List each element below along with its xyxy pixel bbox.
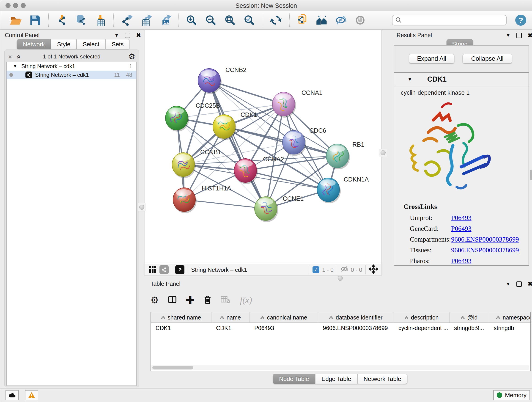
left-splitter-handle[interactable] xyxy=(138,203,146,211)
tab-style[interactable]: Style xyxy=(51,39,76,49)
node-HIST1H1A[interactable] xyxy=(173,188,196,213)
cell[interactable]: P06493 xyxy=(250,323,318,333)
column-header--id[interactable]: @id xyxy=(450,313,489,322)
network-collection-row[interactable]: ▼ String Network – cdk1 1 xyxy=(7,62,136,70)
tab-node-table[interactable]: Node Table xyxy=(273,374,315,384)
column-header-canonical-name[interactable]: canonical name xyxy=(250,313,318,322)
collapse-panel-icon[interactable]: ▼ xyxy=(114,33,119,38)
crosslink-value-link[interactable]: P06493 xyxy=(451,257,472,265)
help-icon[interactable]: ? xyxy=(515,15,526,26)
cloud-status-button[interactable] xyxy=(6,390,19,400)
column-header-namespace[interactable]: namespace xyxy=(489,313,531,322)
export-image-icon[interactable] xyxy=(158,13,172,27)
node-label-CCNE1: CCNE1 xyxy=(283,195,304,202)
search-input[interactable] xyxy=(402,17,499,24)
hide-selected-icon[interactable] xyxy=(334,13,348,27)
crosslink-label: Pharos: xyxy=(410,257,451,265)
table-row[interactable]: CDK1CDK1P064939606.ENSP00000378699cyclin… xyxy=(151,323,530,333)
edge-CCNA1-HIST1H1A[interactable] xyxy=(184,104,284,200)
zoom-in-icon[interactable] xyxy=(185,13,198,27)
cell[interactable]: 9606.ENSP00000378699 xyxy=(318,323,394,333)
close-panel-icon[interactable]: ✖ xyxy=(136,32,141,38)
home-icon[interactable] xyxy=(315,13,328,27)
application-window: Session: New Session ? Control Panel ▼ ✖… xyxy=(0,0,532,402)
export-network-icon[interactable] xyxy=(120,13,133,27)
node-CDKN1A[interactable] xyxy=(317,178,341,203)
zoom-out-icon[interactable] xyxy=(204,13,217,27)
tab-network-table[interactable]: Network Table xyxy=(357,374,407,384)
node-CCNA1[interactable] xyxy=(272,92,296,118)
network-canvas[interactable]: CCNB2CCNA1CDC25BCDK1CDC6RB1CCNB1CCNA2CDK… xyxy=(145,30,381,264)
crosslink-value-link[interactable]: P06493 xyxy=(451,225,472,232)
birds-eye-view-icon[interactable] xyxy=(369,264,378,275)
network-row-selected[interactable]: String Network – cdk1 11 48 xyxy=(7,70,136,79)
warning-icon xyxy=(28,392,36,399)
refresh-icon[interactable] xyxy=(269,13,283,27)
open-session-icon[interactable] xyxy=(9,13,22,27)
column-header-name[interactable]: name xyxy=(211,313,250,322)
crosslink-value-link[interactable]: 9606.ENSP00000378699 xyxy=(451,236,519,243)
tab-sets[interactable]: Sets xyxy=(105,39,130,49)
network-graph[interactable]: CCNB2CCNA1CDC25BCDK1CDC6RB1CCNB1CCNA2CDK… xyxy=(145,30,381,264)
cell[interactable]: stringdb:9... xyxy=(450,323,489,333)
tab-select[interactable]: Select xyxy=(76,39,105,49)
string-view-icon[interactable] xyxy=(159,265,169,274)
node-CDC6[interactable] xyxy=(283,130,306,156)
tab-edge-table[interactable]: Edge Table xyxy=(315,374,357,384)
close-panel-icon[interactable]: ✖ xyxy=(528,281,532,287)
node-CDK1[interactable] xyxy=(213,115,236,140)
warning-status-button[interactable] xyxy=(25,390,38,400)
tab-network[interactable]: Network xyxy=(17,39,51,49)
import-network-icon[interactable] xyxy=(55,13,68,27)
section-collapse-icon[interactable]: ▼ xyxy=(408,77,412,82)
zoom-fit-icon[interactable] xyxy=(223,13,237,27)
import-table-icon[interactable] xyxy=(93,13,107,27)
float-panel-icon[interactable] xyxy=(125,33,130,38)
table-options-gear-icon[interactable]: ⚙ xyxy=(151,295,159,305)
network-options-gear-icon[interactable]: ⚙ xyxy=(128,52,135,60)
delete-column-icon[interactable] xyxy=(204,295,211,305)
show-eye-icon[interactable] xyxy=(354,13,367,27)
collection-expand-icon[interactable]: ▼ xyxy=(13,64,17,69)
right-splitter-handle[interactable] xyxy=(379,149,387,157)
crosslink-row: Compartments:9606.ENSP00000378699 xyxy=(410,236,529,243)
cell[interactable]: CDK1 xyxy=(151,323,211,333)
crosslink-value-link[interactable]: 9606.ENSP00000378699 xyxy=(451,246,519,254)
search-box[interactable] xyxy=(392,15,507,26)
crosslink-value-link[interactable]: P06493 xyxy=(451,214,472,222)
cell[interactable]: cyclin-dependent ... xyxy=(394,323,450,333)
zoom-selected-icon[interactable] xyxy=(243,13,256,27)
collapse-panel-icon[interactable]: ▼ xyxy=(506,33,510,38)
open-in-new-window-icon[interactable] xyxy=(175,265,184,274)
column-header-description[interactable]: description xyxy=(394,313,450,322)
expand-all-button[interactable]: Expand All xyxy=(409,54,454,64)
window-scrollbar-thumb[interactable] xyxy=(530,170,532,180)
cell[interactable]: CDK1 xyxy=(211,323,250,333)
collapse-all-button[interactable]: Collapse All xyxy=(462,54,512,64)
edge-RB1-CCNA2[interactable] xyxy=(245,156,337,171)
float-panel-icon[interactable] xyxy=(516,33,522,38)
memory-button[interactable]: Memory xyxy=(493,390,530,400)
column-header-database-identifier[interactable]: database identifier xyxy=(318,313,394,322)
export-table-icon[interactable] xyxy=(139,13,152,27)
selected-nodes-checkbox[interactable]: ✓ xyxy=(312,266,319,273)
node-CCNE1[interactable] xyxy=(254,197,278,222)
show-columns-icon[interactable] xyxy=(168,295,177,305)
paste-network-icon[interactable] xyxy=(296,13,309,27)
column-header-shared-name[interactable]: shared name xyxy=(151,313,211,322)
close-panel-icon[interactable]: ✖ xyxy=(528,32,532,38)
horizontal-scrollbar[interactable] xyxy=(152,365,529,370)
results-panel-header-icons: ▼ ✖ xyxy=(506,32,532,38)
gene-section-header[interactable]: ▼ CDK1 xyxy=(394,73,529,86)
save-session-icon[interactable] xyxy=(28,13,41,27)
cell[interactable]: stringdb xyxy=(489,323,531,333)
scrollbar-thumb[interactable] xyxy=(152,366,193,370)
collapse-panel-icon[interactable]: ▼ xyxy=(506,281,510,287)
create-column-icon[interactable]: ✚ xyxy=(186,295,195,305)
node-RB1[interactable] xyxy=(326,144,350,169)
float-panel-icon[interactable] xyxy=(516,281,522,287)
grid-view-icon[interactable] xyxy=(148,265,157,274)
import-from-database-icon[interactable] xyxy=(74,13,87,27)
node-CDC25B[interactable] xyxy=(165,106,189,132)
edge-CCNA1-CDC25B[interactable] xyxy=(177,104,284,118)
